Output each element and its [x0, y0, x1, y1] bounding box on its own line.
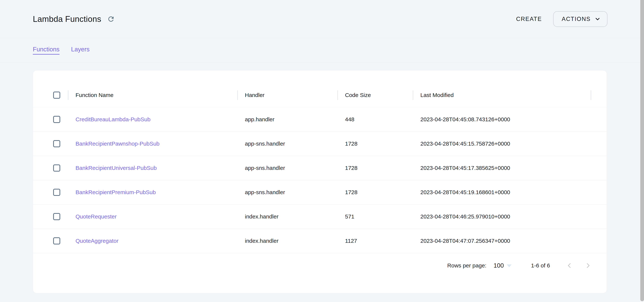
row-checkbox-cell	[33, 107, 68, 131]
table-row[interactable]: CreditBureauLambda-PubSub app.handler 44…	[33, 107, 607, 132]
cell-end	[591, 107, 607, 131]
main-content: Function Name Handler Code Size Last Mod…	[0, 62, 640, 293]
cell-last-modified: 2023-04-28T04:46:25.979010+0000	[413, 205, 591, 229]
column-header-handler[interactable]: Handler	[238, 83, 338, 107]
cell-last-modified: 2023-04-28T04:45:15.758726+0000	[413, 132, 591, 156]
function-name-link[interactable]: QuoteRequester	[76, 213, 116, 220]
cell-end	[591, 156, 607, 180]
cell-function-name: BankRecipientUniversal-PubSub	[68, 156, 238, 180]
actions-button-label: ACTIONS	[562, 16, 591, 23]
cell-code-size: 571	[338, 205, 413, 229]
function-name-link[interactable]: CreditBureauLambda-PubSub	[76, 116, 150, 123]
row-checkbox[interactable]	[53, 213, 60, 220]
cell-end	[591, 229, 607, 253]
scrollbar-thumb[interactable]	[640, 0, 644, 301]
column-header-label: Code Size	[345, 92, 371, 98]
row-checkbox[interactable]	[53, 140, 60, 147]
chevron-right-icon	[585, 262, 592, 269]
row-checkbox[interactable]	[53, 237, 60, 244]
column-header-label: Last Modified	[420, 92, 454, 98]
row-checkbox-cell	[33, 180, 68, 204]
header-end-cell	[591, 83, 607, 107]
cell-last-modified: 2023-04-28T04:45:08.743126+0000	[413, 107, 591, 131]
cell-code-size: 448	[338, 107, 413, 131]
cell-end	[591, 132, 607, 156]
create-button[interactable]: CREATE	[511, 12, 547, 26]
cell-function-name: QuoteAggregator	[68, 229, 238, 253]
cell-end	[591, 205, 607, 229]
cell-handler: app-sns.handler	[238, 180, 338, 204]
rows-per-page-value: 100	[494, 262, 504, 269]
row-checkbox[interactable]	[53, 165, 60, 172]
function-name-link[interactable]: BankRecipientPremium-PubSub	[76, 189, 156, 196]
table-row[interactable]: BankRecipientUniversal-PubSub app-sns.ha…	[33, 156, 607, 180]
column-header-last-modified[interactable]: Last Modified	[413, 83, 591, 107]
cell-handler: index.handler	[238, 205, 338, 229]
lambda-functions-page: Lambda Functions CREATE ACTIONS Function…	[0, 0, 640, 302]
table-header-row: Function Name Handler Code Size Last Mod…	[33, 83, 607, 107]
rows-per-page-label: Rows per page:	[447, 262, 486, 269]
cell-handler: index.handler	[238, 229, 338, 253]
previous-page-button[interactable]	[562, 258, 577, 273]
dropdown-arrow-icon	[507, 264, 512, 267]
column-header-label: Handler	[245, 92, 264, 98]
cell-handler: app-sns.handler	[238, 132, 338, 156]
vertical-scrollbar	[640, 0, 644, 302]
header-checkbox-cell	[33, 83, 68, 107]
cell-code-size: 1127	[338, 229, 413, 253]
cell-function-name: QuoteRequester	[68, 205, 238, 229]
table-row[interactable]: QuoteRequester index.handler 571 2023-04…	[33, 205, 607, 229]
cell-end	[591, 180, 607, 204]
cell-function-name: BankRecipientPremium-PubSub	[68, 180, 238, 204]
table-row[interactable]: BankRecipientPremium-PubSub app-sns.hand…	[33, 180, 607, 205]
column-header-label: Function Name	[76, 92, 114, 98]
tab-layers[interactable]: Layers	[71, 46, 90, 55]
functions-table-card: Function Name Handler Code Size Last Mod…	[33, 70, 607, 293]
cell-handler: app.handler	[238, 107, 338, 131]
function-name-link[interactable]: QuoteAggregator	[76, 238, 118, 244]
table-body: CreditBureauLambda-PubSub app.handler 44…	[33, 107, 607, 253]
cell-last-modified: 2023-04-28T04:45:17.385625+0000	[413, 156, 591, 180]
rows-per-page-select[interactable]: 100	[494, 262, 512, 269]
cell-function-name: CreditBureauLambda-PubSub	[68, 107, 238, 131]
page-header: Lambda Functions CREATE ACTIONS	[0, 0, 640, 38]
row-checkbox-cell	[33, 205, 68, 229]
column-header-code-size[interactable]: Code Size	[338, 83, 413, 107]
tab-functions[interactable]: Functions	[33, 46, 60, 55]
cell-code-size: 1728	[338, 132, 413, 156]
cell-last-modified: 2023-04-28T04:45:19.168601+0000	[413, 180, 591, 204]
refresh-button[interactable]	[106, 14, 116, 24]
chevron-left-icon	[566, 262, 573, 269]
row-checkbox-cell	[33, 156, 68, 180]
next-page-button[interactable]	[580, 258, 596, 273]
column-header-function-name[interactable]: Function Name	[68, 83, 238, 107]
resource-tabs: Functions Layers	[0, 38, 640, 62]
function-name-link[interactable]: BankRecipientPawnshop-PubSub	[76, 140, 160, 147]
row-checkbox[interactable]	[53, 116, 60, 123]
page-title: Lambda Functions	[33, 14, 101, 24]
table-pagination: Rows per page: 100 1-6 of 6	[33, 253, 607, 278]
refresh-icon	[107, 15, 115, 23]
select-all-checkbox[interactable]	[53, 92, 60, 99]
cell-function-name: BankRecipientPawnshop-PubSub	[68, 132, 238, 156]
cell-code-size: 1728	[338, 156, 413, 180]
actions-button[interactable]: ACTIONS	[553, 11, 608, 27]
table-row[interactable]: QuoteAggregator index.handler 1127 2023-…	[33, 229, 607, 253]
row-checkbox-cell	[33, 132, 68, 156]
row-checkbox[interactable]	[53, 189, 60, 196]
cell-code-size: 1728	[338, 180, 413, 204]
cell-handler: app-sns.handler	[238, 156, 338, 180]
cell-last-modified: 2023-04-28T04:47:07.256347+0000	[413, 229, 591, 253]
function-name-link[interactable]: BankRecipientUniversal-PubSub	[76, 165, 157, 171]
chevron-down-icon	[594, 16, 601, 22]
pagination-range-label: 1-6 of 6	[531, 262, 550, 269]
row-checkbox-cell	[33, 229, 68, 253]
table-row[interactable]: BankRecipientPawnshop-PubSub app-sns.han…	[33, 132, 607, 156]
